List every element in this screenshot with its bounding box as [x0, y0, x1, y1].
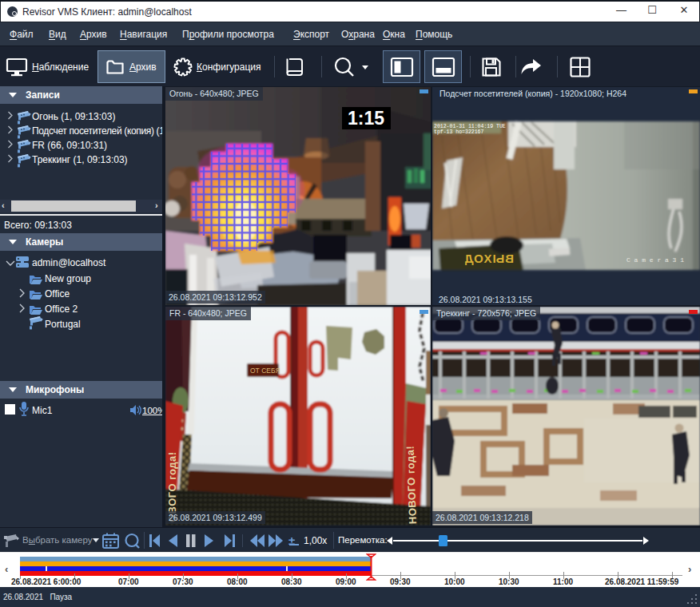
svg-text:FR (66, 09:10:31): FR (66, 09:10:31) [32, 140, 107, 151]
svg-text:1:15: 1:15 [348, 108, 384, 129]
svg-text:2012-01-31 11:04:19 TUE: 2012-01-31 11:04:19 TUE [434, 124, 506, 129]
svg-text:Огонь (1, 09:13:03): Огонь (1, 09:13:03) [32, 111, 115, 122]
svg-text:Office: Office [45, 288, 70, 300]
svg-text:Подсчет посетителей (копия) (1: Подсчет посетителей (копия) (1, 09:13 [32, 125, 162, 137]
svg-text:New group: New group [45, 273, 91, 284]
svg-text:tpf-13 ho=322167: tpf-13 ho=322167 [434, 129, 484, 135]
svg-text:Office 2: Office 2 [45, 304, 78, 315]
svg-text:ОТ СЕБЯ: ОТ СЕБЯ [250, 367, 280, 375]
svg-text:Треккинг (1, 09:13:03): Треккинг (1, 09:13:03) [32, 154, 128, 165]
svg-text:admin@localhost: admin@localhost [32, 257, 106, 268]
svg-text:Portugal: Portugal [45, 319, 81, 330]
svg-text:C a m e r a 3 1: C a m e r a 3 1 [626, 256, 684, 264]
svg-text:ВЫХОД: ВЫХОД [464, 252, 514, 265]
